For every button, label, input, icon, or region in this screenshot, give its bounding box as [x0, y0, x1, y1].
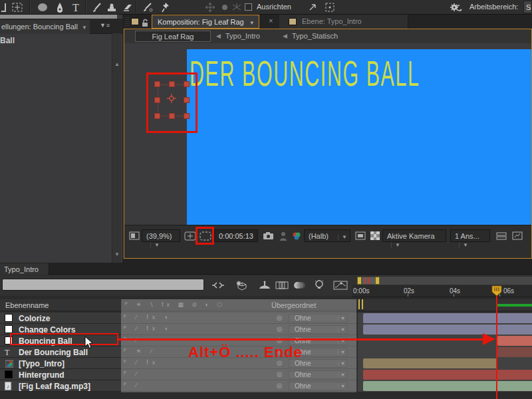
workspace-dropdown[interactable]: S: [523, 1, 532, 13]
view-layout-dropdown[interactable]: 1 Ans...▼: [450, 229, 490, 242]
ellipse-tool-icon[interactable]: [35, 1, 51, 14]
brush-tool-icon[interactable]: [88, 1, 104, 14]
diagonal-arrow-icon[interactable]: [305, 1, 321, 14]
selection-handle[interactable]: [184, 113, 190, 119]
zoom-level-dropdown[interactable]: (39,9%)▼: [142, 229, 180, 242]
selection-handle[interactable]: [184, 81, 190, 87]
unlock-icon[interactable]: [140, 16, 150, 29]
layer-duration-track[interactable]: [357, 346, 532, 358]
channel-settings-icon[interactable]: [289, 229, 304, 242]
layer-duration-bar[interactable]: [497, 336, 532, 346]
selection-handle[interactable]: [154, 113, 160, 119]
layer-name[interactable]: [Typo_Intro]: [19, 359, 65, 368]
time-ruler[interactable]: 0:00s 02s 04s 06s: [352, 285, 532, 297]
type-tool-icon[interactable]: T: [68, 1, 84, 14]
playhead-line[interactable]: [496, 291, 497, 399]
layer-name[interactable]: Hintergrund: [19, 370, 65, 380]
panel-grip-icon[interactable]: [125, 17, 128, 27]
layer-duration-bar[interactable]: [363, 358, 497, 368]
layer-duration-bar[interactable]: [363, 325, 532, 334]
region-of-interest-toolbar-icon[interactable]: [322, 1, 338, 14]
selection-handle[interactable]: [169, 81, 175, 87]
effect-controls-tabbar: ellungen: Bouncing Ball▼ ▼≡: [0, 19, 122, 34]
layer-name[interactable]: [Fig Leaf Rag.mp3]: [19, 382, 90, 391]
ausrichten-checkbox[interactable]: [245, 3, 252, 11]
frame-blending-icon[interactable]: [274, 278, 290, 293]
current-time-indicator[interactable]: [491, 285, 502, 298]
layer-duration-bar[interactable]: [497, 347, 532, 357]
close-icon[interactable]: ×: [269, 17, 273, 25]
selection-handle[interactable]: [154, 81, 160, 87]
solid-swatch-icon[interactable]: [5, 325, 13, 333]
text-layer-icon[interactable]: T: [5, 348, 13, 356]
layer-duration-track[interactable]: [357, 335, 532, 346]
layer-duration-bar[interactable]: [363, 370, 532, 380]
camera-view-dropdown[interactable]: Aktive Kamera▼: [382, 229, 446, 242]
layer-duration-track[interactable]: [357, 369, 532, 380]
ruler-tick: [454, 294, 454, 297]
resolution-dropdown[interactable]: (Halb)▼: [304, 229, 350, 242]
search-input[interactable]: [2, 279, 204, 291]
camera-tool-icon[interactable]: [9, 1, 25, 14]
tab-timeline-typo-intro[interactable]: Typo_Intro: [0, 263, 49, 275]
selection-handle[interactable]: [169, 113, 175, 119]
brainstorm-icon[interactable]: [311, 278, 327, 293]
anchor-point-icon[interactable]: [167, 94, 176, 104]
show-snapshot-icon[interactable]: [276, 229, 291, 242]
solid-swatch-icon[interactable]: [5, 370, 13, 378]
layer-name[interactable]: Der Bouncing Ball: [19, 348, 88, 357]
selection-handle[interactable]: [154, 97, 160, 103]
transparency-grid-icon[interactable]: [368, 229, 382, 242]
layer-duration-track[interactable]: [357, 380, 532, 392]
timecode-display[interactable]: 0:00:05:13: [214, 229, 258, 242]
layer-duration-track[interactable]: [357, 324, 532, 335]
effect-controls-tab[interactable]: ellungen: Bouncing Ball▼: [0, 20, 90, 34]
pixel-aspect-icon[interactable]: [494, 229, 509, 242]
partial-tool-icon[interactable]: [0, 1, 9, 14]
hide-shy-layers-icon[interactable]: [257, 278, 273, 293]
column-header-layer-name[interactable]: Ebenenname: [5, 301, 49, 309]
layer-name[interactable]: Colorize: [19, 314, 50, 323]
layer-duration-bar[interactable]: [363, 381, 532, 391]
selection-handle[interactable]: [184, 97, 190, 103]
scroll-up-icon[interactable]: ▲: [114, 61, 120, 68]
fast-preview-icon[interactable]: [510, 229, 525, 242]
vertical-scrollbar[interactable]: ▲ ▼: [112, 33, 121, 263]
mini-flowchart-icon[interactable]: [210, 278, 226, 293]
puppet-pin-tool-icon[interactable]: [158, 1, 174, 14]
breadcrumb-item[interactable]: Typo_Statisch: [292, 32, 338, 40]
comp-marker[interactable]: [368, 277, 370, 284]
work-area-start-handle[interactable]: [357, 277, 362, 285]
work-area-end-handle[interactable]: [375, 277, 380, 285]
target-region-icon[interactable]: [353, 229, 368, 242]
breadcrumb-item[interactable]: Typo_Intro: [225, 32, 260, 40]
breadcrumb-current[interactable]: Fig Leaf Rag: [135, 31, 211, 42]
roto-brush-tool-icon[interactable]: [140, 1, 156, 14]
composition-layer-icon[interactable]: [5, 359, 13, 367]
clone-stamp-tool-icon[interactable]: [104, 1, 120, 14]
chevron-down-icon[interactable]: ▼: [249, 20, 255, 26]
graph-editor-icon[interactable]: [332, 278, 348, 293]
eraser-tool-icon[interactable]: [120, 1, 136, 14]
chevron-down-icon[interactable]: ▼: [82, 25, 87, 31]
sync-settings-gears-icon[interactable]: [448, 1, 464, 14]
view-axis-mode-icon[interactable]: [229, 1, 245, 14]
layer-duration-track[interactable]: [357, 313, 532, 324]
composition-viewport[interactable]: DER BOUNCING BALL: [124, 43, 531, 225]
draft-3d-icon[interactable]: [234, 278, 250, 293]
motion-blur-icon[interactable]: [291, 278, 307, 293]
comp-marker[interactable]: [365, 277, 366, 284]
toggle-viewer-icon[interactable]: [127, 229, 142, 242]
pen-tool-icon[interactable]: [52, 1, 68, 14]
solid-swatch-icon[interactable]: [5, 314, 13, 322]
tab-layer[interactable]: Ebene: Typo_Intro: [279, 15, 408, 29]
tab-composition[interactable]: Komposition: Fig Leaf Rag▼: [152, 15, 259, 29]
layer-duration-bar[interactable]: [363, 313, 532, 323]
audio-layer-icon[interactable]: ♪: [5, 382, 13, 390]
local-axis-mode-icon[interactable]: [202, 1, 218, 14]
scroll-down-icon[interactable]: ▼: [114, 251, 120, 258]
layer-duration-track[interactable]: [357, 358, 532, 369]
panel-menu-icon[interactable]: ▼≡: [97, 22, 113, 31]
work-area-bar[interactable]: [357, 277, 532, 285]
snapshot-camera-icon[interactable]: [261, 229, 275, 242]
